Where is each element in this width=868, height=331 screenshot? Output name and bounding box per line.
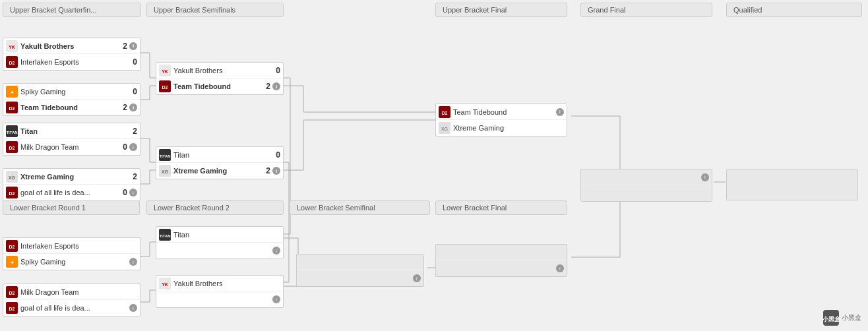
ubs-match-2: TITAN Titan 0 XG Xtreme Gaming 2 i bbox=[156, 146, 284, 179]
team-row[interactable]: D2 Interlaken Esports bbox=[3, 238, 140, 254]
xtreme-logo: XG bbox=[6, 171, 18, 183]
info-icon[interactable]: i bbox=[272, 295, 280, 303]
team-row[interactable]: i bbox=[581, 169, 712, 185]
team-row[interactable] bbox=[581, 185, 712, 201]
team-name: Interlaken Esports bbox=[20, 58, 127, 66]
team-row[interactable]: D2 goal of all life is dea... i bbox=[3, 300, 140, 316]
ubf-match: D2 Team Tidebound i XG Xtreme Gaming bbox=[435, 104, 567, 136]
team-score: 2 bbox=[263, 166, 270, 175]
info-icon[interactable]: i bbox=[556, 108, 564, 116]
bracket-container: Upper Bracket Quarterfin... Upper Bracke… bbox=[0, 0, 868, 331]
team-score: 2 bbox=[263, 82, 270, 91]
dota-logo: D2 bbox=[6, 302, 18, 314]
lbr2-match-a: TITAN Titan i bbox=[156, 226, 284, 259]
team-name: Milk Dragon Team bbox=[20, 143, 117, 151]
team-row[interactable]: D2 goal of all life is dea... 0 i bbox=[3, 185, 140, 200]
team-row[interactable]: D2 Interlaken Esports 0 bbox=[3, 54, 140, 70]
team-name: Spiky Gaming bbox=[20, 258, 127, 266]
info-icon[interactable]: i bbox=[129, 104, 137, 111]
titan-logo: TITAN bbox=[6, 125, 18, 137]
team-row[interactable]: i bbox=[297, 270, 423, 286]
svg-text:TITAN: TITAN bbox=[159, 154, 170, 158]
info-icon[interactable]: i bbox=[129, 189, 137, 196]
info-icon[interactable]: i bbox=[129, 304, 137, 312]
xtreme-logo: XG bbox=[159, 165, 171, 177]
watermark: 小黑盒 小黑盒 bbox=[823, 310, 861, 326]
dota-logo: D2 bbox=[6, 102, 18, 113]
team-row[interactable] bbox=[297, 255, 423, 270]
team-row[interactable]: D2 Milk Dragon Team 0 i bbox=[3, 139, 140, 155]
team-row[interactable]: YK Yakult Brothers 2 i bbox=[3, 38, 140, 54]
svg-text:XG: XG bbox=[9, 175, 16, 180]
team-row[interactable]: YK Yakult Brothers 0 bbox=[156, 63, 283, 78]
team-row[interactable]: XG Xtreme Gaming 2 bbox=[3, 169, 140, 185]
team-score: 0 bbox=[129, 57, 137, 67]
team-score: 2 bbox=[119, 42, 127, 51]
lbf-match: i bbox=[435, 244, 567, 277]
team-row[interactable]: i bbox=[156, 291, 283, 307]
info-icon[interactable]: i bbox=[413, 274, 421, 282]
team-row[interactable]: ✦ Spiky Gaming i bbox=[3, 254, 140, 270]
header-ubs: Upper Bracket Semifinals bbox=[146, 3, 284, 17]
yakult-logo: YK bbox=[159, 65, 171, 76]
team-name: Interlaken Esports bbox=[20, 242, 137, 250]
header-lbr1: Lower Bracket Round 1 bbox=[3, 200, 140, 215]
svg-text:D2: D2 bbox=[9, 245, 15, 249]
ubqf-match-2: ✦ Spiky Gaming 0 D2 Team Tidebound 2 i bbox=[3, 83, 140, 116]
dota-logo: D2 bbox=[6, 240, 18, 252]
lbr1-match-a: D2 Interlaken Esports ✦ Spiky Gaming i bbox=[3, 237, 140, 270]
team-row[interactable]: TITAN Titan 0 bbox=[156, 147, 283, 163]
info-icon[interactable]: i bbox=[556, 264, 564, 272]
team-name bbox=[159, 295, 270, 303]
team-name: Team Tidebound bbox=[20, 104, 117, 111]
svg-text:XG: XG bbox=[441, 127, 448, 131]
dota-logo: D2 bbox=[159, 80, 171, 92]
dota-logo: D2 bbox=[6, 286, 18, 298]
team-row[interactable]: TITAN Titan bbox=[156, 227, 283, 243]
info-icon[interactable]: i bbox=[272, 247, 280, 255]
team-name bbox=[299, 258, 421, 266]
ubs-match-1: YK Yakult Brothers 0 D2 Team Tidebound 2… bbox=[156, 62, 284, 95]
team-row[interactable]: YK Yakult Brothers bbox=[156, 276, 283, 291]
lbr2-match-b: YK Yakult Brothers i bbox=[156, 275, 284, 308]
ubqf-match-3: TITAN Titan 2 D2 Milk Dragon Team 0 i bbox=[3, 123, 140, 156]
team-row[interactable]: TITAN Titan 2 bbox=[3, 123, 140, 139]
info-icon[interactable]: i bbox=[129, 42, 137, 50]
team-row[interactable]: D2 Team Tidebound 2 i bbox=[3, 100, 140, 115]
team-name: Titan bbox=[20, 127, 127, 135]
info-icon[interactable]: i bbox=[129, 143, 137, 151]
dota-logo: D2 bbox=[6, 187, 18, 198]
team-row[interactable]: D2 Team Tidebound i bbox=[436, 104, 567, 120]
header-lbf: Lower Bracket Final bbox=[435, 200, 567, 215]
watermark-text: 小黑盒 bbox=[842, 313, 861, 322]
info-icon[interactable]: i bbox=[701, 173, 709, 181]
header-lbr2: Lower Bracket Round 2 bbox=[146, 200, 284, 215]
team-name: Team Tidebound bbox=[173, 82, 260, 90]
info-icon[interactable]: i bbox=[129, 258, 137, 266]
info-icon[interactable]: i bbox=[272, 167, 280, 175]
team-row[interactable]: D2 Milk Dragon Team bbox=[3, 284, 140, 300]
svg-text:D2: D2 bbox=[9, 61, 15, 65]
team-name bbox=[584, 189, 709, 197]
team-row[interactable]: i bbox=[436, 260, 567, 276]
team-row[interactable]: XG Xtreme Gaming bbox=[436, 120, 567, 136]
svg-text:D2: D2 bbox=[9, 291, 15, 295]
team-name bbox=[159, 247, 270, 255]
svg-text:✦: ✦ bbox=[10, 260, 15, 266]
team-score: 2 bbox=[119, 103, 127, 112]
ubqf-match-1: YK Yakult Brothers 2 i D2 Interlaken Esp… bbox=[3, 38, 140, 71]
team-row[interactable]: D2 Team Tidebound 2 i bbox=[156, 78, 283, 94]
team-name: Team Tidebound bbox=[453, 108, 554, 116]
titan-logo: TITAN bbox=[159, 149, 171, 161]
svg-text:✦: ✦ bbox=[10, 90, 15, 96]
team-row[interactable] bbox=[436, 245, 567, 260]
header-ubf: Upper Bracket Final bbox=[435, 3, 567, 17]
team-row[interactable]: XG Xtreme Gaming 2 i bbox=[156, 163, 283, 179]
svg-text:TITAN: TITAN bbox=[6, 131, 17, 135]
team-row[interactable]: ✦ Spiky Gaming 0 bbox=[3, 84, 140, 100]
team-row[interactable]: i bbox=[156, 243, 283, 258]
gf-match: i bbox=[580, 169, 712, 202]
info-icon[interactable]: i bbox=[272, 82, 280, 90]
svg-text:TITAN: TITAN bbox=[159, 234, 170, 238]
team-score: 2 bbox=[129, 172, 137, 181]
